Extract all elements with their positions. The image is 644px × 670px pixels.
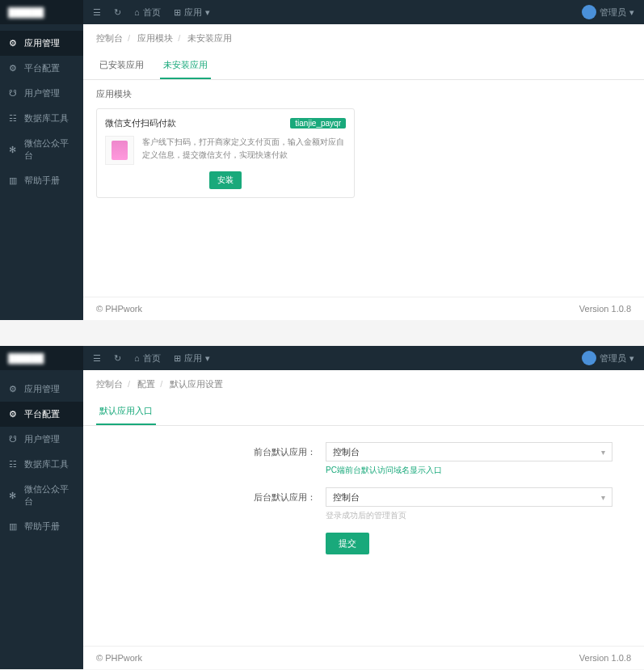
app-card: 微信支付扫码付款 tianjie_payqr 客户线下扫码，打开商家定义支付页面… — [96, 108, 355, 198]
submit-button[interactable]: 提交 — [326, 533, 369, 554]
nav-item-wechat[interactable]: ✻微信公众平台 — [0, 477, 83, 514]
copyright: © PHPwork — [96, 304, 142, 314]
user-menu[interactable]: 管理员 ▾ — [582, 351, 634, 365]
nav-label: 微信公众平台 — [24, 137, 75, 162]
nav-label: 平台配置 — [24, 408, 60, 420]
nav-item-apps[interactable]: ⚙应用管理 — [0, 31, 83, 56]
gear-icon: ⚙ — [8, 385, 18, 394]
topbar: ☰ ↻ ⌂首页 ⊞应用 ▾ 管理员 ▾ — [83, 0, 644, 24]
nav-label: 应用管理 — [24, 383, 60, 395]
chevron-down-icon: ▾ — [205, 7, 210, 18]
book-icon: ▥ — [8, 522, 18, 532]
card-badge: tianjie_payqr — [290, 118, 346, 129]
copyright: © PHPwork — [96, 653, 142, 663]
nav-item-wechat[interactable]: ✻微信公众平台 — [0, 131, 83, 168]
logo: ██████ — [0, 346, 83, 370]
version: Version 1.0.8 — [579, 653, 631, 663]
front-help-text: PC端前台默认访问域名显示入口 — [326, 465, 644, 476]
gear-icon: ⚙ — [8, 64, 18, 74]
nav-label: 数据库工具 — [24, 112, 69, 124]
sidebar: ██████ ⚙应用管理 ⚙平台配置 ☋用户管理 ☷数据库工具 ✻微信公众平台 … — [0, 346, 83, 669]
book-icon: ▥ — [8, 176, 18, 186]
home-link[interactable]: ⌂首页 — [134, 6, 161, 19]
nav: ⚙应用管理 ⚙平台配置 ☋用户管理 ☷数据库工具 ✻微信公众平台 ▥帮助手册 — [0, 370, 83, 669]
nav-item-help[interactable]: ▥帮助手册 — [0, 514, 83, 539]
tabs: 默认应用入口 — [83, 398, 644, 426]
chevron-down-icon: ▾ — [601, 493, 605, 502]
crumb[interactable]: 控制台 — [96, 379, 123, 389]
tab-default-entry[interactable]: 默认应用入口 — [96, 398, 156, 425]
footer: © PHPwork Version 1.0.8 — [83, 646, 644, 669]
menu-toggle[interactable]: ☰ — [93, 7, 101, 18]
content: 控制台/ 应用模块/ 未安装应用 已安装应用 未安装应用 应用模块 微信支付扫码… — [83, 24, 644, 297]
chevron-down-icon: ▾ — [601, 448, 605, 457]
wechat-icon: ✻ — [8, 145, 18, 154]
select-value: 控制台 — [333, 446, 360, 458]
card-list: 微信支付扫码付款 tianjie_payqr 客户线下扫码，打开商家定义支付页面… — [83, 108, 644, 211]
home-icon: ⌂ — [134, 7, 140, 17]
avatar — [582, 5, 596, 19]
chevron-down-icon: ▾ — [205, 353, 210, 364]
nav-label: 数据库工具 — [24, 458, 69, 470]
refresh-button[interactable]: ↻ — [114, 353, 121, 364]
nav-item-help[interactable]: ▥帮助手册 — [0, 168, 83, 193]
tab-installed[interactable]: 已安装应用 — [96, 53, 147, 79]
home-link[interactable]: ⌂首页 — [134, 352, 161, 364]
front-app-select[interactable]: 控制台 ▾ — [326, 442, 612, 461]
gear-icon: ⚙ — [8, 39, 18, 48]
refresh-button[interactable]: ↻ — [114, 7, 121, 18]
install-button[interactable]: 安装 — [209, 171, 242, 189]
nav-item-apps[interactable]: ⚙应用管理 — [0, 377, 83, 402]
avatar — [582, 351, 596, 365]
nav-label: 平台配置 — [24, 62, 60, 74]
tabs: 已安装应用 未安装应用 — [83, 53, 644, 80]
nav-item-database[interactable]: ☷数据库工具 — [0, 452, 83, 477]
nav-label: 用户管理 — [24, 433, 60, 445]
wechat-icon: ✻ — [8, 491, 18, 500]
nav-item-platform[interactable]: ⚙平台配置 — [0, 56, 83, 81]
app-thumbnail — [105, 136, 134, 165]
user-icon: ☋ — [8, 435, 18, 445]
grid-icon: ⊞ — [174, 353, 181, 364]
version: Version 1.0.8 — [579, 304, 631, 314]
card-title: 微信支付扫码付款 — [105, 117, 176, 129]
sidebar: ██████ ⚙应用管理 ⚙平台配置 ☋用户管理 ☷数据库工具 ✻微信公众平台 … — [0, 0, 83, 320]
footer: © PHPwork Version 1.0.8 — [83, 297, 644, 320]
tab-not-installed[interactable]: 未安装应用 — [160, 53, 211, 79]
nav-item-platform[interactable]: ⚙平台配置 — [0, 402, 83, 427]
topbar: ☰ ↻ ⌂首页 ⊞应用 ▾ 管理员 ▾ — [83, 346, 644, 370]
crumb[interactable]: 应用模块 — [137, 33, 173, 43]
crumb[interactable]: 配置 — [137, 379, 155, 389]
nav-label: 应用管理 — [24, 37, 60, 49]
user-icon: ☋ — [8, 89, 18, 99]
logo: ██████ — [0, 0, 83, 24]
home-icon: ⌂ — [134, 353, 140, 363]
back-app-label: 后台默认应用： — [83, 491, 326, 504]
database-icon: ☷ — [8, 114, 18, 124]
chevron-down-icon: ▾ — [629, 353, 634, 364]
crumb: 默认应用设置 — [170, 379, 223, 389]
apps-dropdown[interactable]: ⊞应用 ▾ — [174, 6, 210, 19]
main: ☰ ↻ ⌂首页 ⊞应用 ▾ 管理员 ▾ 控制台/ 应用模块/ 未安装应用 已安装… — [83, 0, 644, 320]
user-menu[interactable]: 管理员 ▾ — [582, 5, 634, 19]
nav-item-users[interactable]: ☋用户管理 — [0, 81, 83, 106]
nav: ⚙应用管理 ⚙平台配置 ☋用户管理 ☷数据库工具 ✻微信公众平台 ▥帮助手册 — [0, 24, 83, 320]
front-app-label: 前台默认应用： — [83, 446, 326, 458]
gear-icon: ⚙ — [8, 410, 18, 419]
select-value: 控制台 — [333, 491, 360, 504]
menu-toggle[interactable]: ☰ — [93, 353, 101, 364]
form: 前台默认应用： 控制台 ▾ PC端前台默认访问域名显示入口 后台默认应用： 控制… — [83, 426, 644, 571]
nav-label: 帮助手册 — [24, 175, 60, 187]
crumb[interactable]: 控制台 — [96, 33, 123, 43]
breadcrumb: 控制台/ 配置/ 默认应用设置 — [83, 370, 644, 398]
crumb: 未安装应用 — [187, 33, 232, 43]
nav-label: 微信公众平台 — [24, 483, 75, 508]
panel-apps: ██████ ⚙应用管理 ⚙平台配置 ☋用户管理 ☷数据库工具 ✻微信公众平台 … — [0, 0, 644, 320]
apps-dropdown[interactable]: ⊞应用 ▾ — [174, 352, 210, 364]
chevron-down-icon: ▾ — [629, 7, 634, 18]
card-description: 客户线下扫码，打开商家定义支付页面，输入金额对应自定义信息，提交微信支付，实现快… — [142, 136, 346, 165]
nav-item-database[interactable]: ☷数据库工具 — [0, 106, 83, 131]
back-app-select[interactable]: 控制台 ▾ — [326, 487, 612, 507]
main: ☰ ↻ ⌂首页 ⊞应用 ▾ 管理员 ▾ 控制台/ 配置/ 默认应用设置 默认应用… — [83, 346, 644, 669]
nav-item-users[interactable]: ☋用户管理 — [0, 427, 83, 452]
